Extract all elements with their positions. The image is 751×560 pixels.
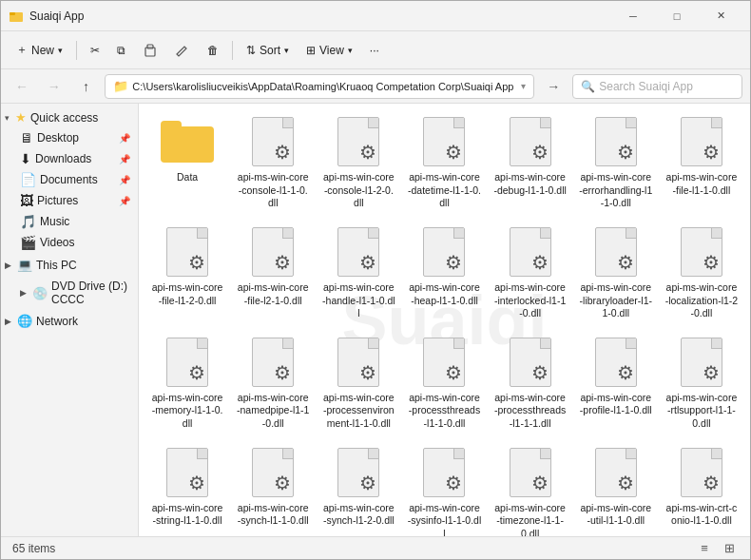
list-item[interactable]: ⚙ api-ms-win-core-file-l2-1-0.dll bbox=[232, 222, 314, 324]
gear-icon: ⚙ bbox=[617, 141, 634, 164]
sep2 bbox=[232, 41, 233, 60]
gear-icon: ⚙ bbox=[445, 141, 462, 164]
sidebar-item-downloads[interactable]: ⬇ Downloads 📌 bbox=[1, 148, 138, 169]
dll-icon-wrapper: ⚙ bbox=[417, 115, 471, 168]
grid-view-button[interactable]: ⊞ bbox=[720, 539, 739, 558]
list-item[interactable]: ⚙ api-ms-win-core-file-l1-1-0.dll bbox=[661, 111, 742, 214]
view-button[interactable]: ⊞ View ▾ bbox=[298, 36, 360, 65]
pictures-icon: 🖼 bbox=[20, 193, 33, 208]
network-header[interactable]: ▶ 🌐 Network bbox=[1, 311, 138, 331]
dll-icon-wrapper: ⚙ bbox=[589, 115, 643, 168]
gear-icon: ⚙ bbox=[188, 251, 205, 274]
dvd-header[interactable]: ▶ 💿 DVD Drive (D:) CCCC bbox=[1, 277, 138, 309]
title-bar-left: Suaiqi App bbox=[9, 9, 84, 24]
address-path[interactable]: 📁 C:\Users\karolisliucveikis\AppData\Roa… bbox=[105, 74, 534, 99]
delete-button[interactable]: 🗑 bbox=[200, 36, 226, 65]
file-page: ⚙ bbox=[510, 448, 551, 497]
rename-button[interactable] bbox=[167, 36, 198, 65]
dll-icon-wrapper: ⚙ bbox=[246, 115, 299, 168]
file-label: api-ms-win-core-console-l1-2-0.dll bbox=[321, 171, 395, 210]
file-label: api-ms-win-core-debug-l1-1-0.dll bbox=[493, 171, 568, 197]
sidebar-item-videos[interactable]: 🎬 Videos bbox=[1, 232, 138, 253]
up-button[interactable]: ↑ bbox=[73, 73, 100, 100]
list-item[interactable]: ⚙ api-ms-win-crt-conio-l1-1-0.dll bbox=[661, 442, 742, 536]
list-item[interactable]: ⚙ api-ms-win-core-file-l1-2-0.dll bbox=[146, 222, 228, 324]
list-item[interactable]: ⚙ api-ms-win-core-sysinfo-l1-1-0.dll bbox=[403, 442, 485, 536]
list-item[interactable]: Data bbox=[146, 111, 228, 214]
list-item[interactable]: ⚙ api-ms-win-core-memory-l1-1-0.dll bbox=[146, 332, 228, 434]
sidebar-item-documents[interactable]: 📄 Documents 📌 bbox=[1, 169, 138, 190]
list-view-button[interactable]: ≡ bbox=[695, 539, 714, 558]
paste-button[interactable] bbox=[135, 36, 165, 65]
list-item[interactable]: ⚙ api-ms-win-core-synch-l1-2-0.dll bbox=[318, 442, 399, 536]
this-pc-header[interactable]: ▶ 💻 This PC bbox=[1, 255, 138, 275]
list-item[interactable]: ⚙ api-ms-win-core-util-l1-1-0.dll bbox=[575, 442, 657, 536]
cut-button[interactable]: ✂ bbox=[83, 36, 107, 65]
list-item[interactable]: ⚙ api-ms-win-core-localization-l1-2-0.dl… bbox=[661, 222, 742, 324]
list-item[interactable]: ⚙ api-ms-win-core-namedpipe-l1-1-0.dll bbox=[232, 332, 314, 434]
sidebar-item-music[interactable]: 🎵 Music bbox=[1, 211, 138, 232]
go-button[interactable]: → bbox=[540, 73, 567, 100]
quick-access-header[interactable]: ▾ ★ Quick access bbox=[1, 107, 138, 127]
list-item[interactable]: ⚙ api-ms-win-core-string-l1-1-0.dll bbox=[146, 442, 228, 536]
list-item[interactable]: ⚙ api-ms-win-core-processthreads-l1-1-0.… bbox=[403, 332, 485, 434]
dvd-section: ▶ 💿 DVD Drive (D:) CCCC bbox=[1, 277, 138, 309]
list-item[interactable]: ⚙ api-ms-win-core-console-l1-1-0.dll bbox=[232, 111, 314, 214]
file-page: ⚙ bbox=[423, 227, 465, 277]
list-item[interactable]: ⚙ api-ms-win-core-interlocked-l1-1-0.dll bbox=[490, 222, 571, 324]
minimize-button[interactable]: ─ bbox=[611, 1, 655, 31]
status-right: ≡ ⊞ bbox=[695, 539, 739, 558]
list-item[interactable]: ⚙ api-ms-win-core-handle-l1-1-0.dll bbox=[318, 222, 399, 324]
list-item[interactable]: ⚙ api-ms-win-core-console-l1-2-0.dll bbox=[318, 111, 399, 214]
copy-button[interactable]: ⧉ bbox=[109, 36, 133, 65]
list-item[interactable]: ⚙ api-ms-win-core-processthreads-l1-1-1.… bbox=[490, 332, 571, 434]
list-item[interactable]: ⚙ api-ms-win-core-rtlsupport-l1-1-0.dll bbox=[661, 332, 742, 434]
file-page: ⚙ bbox=[423, 338, 465, 387]
rename-icon bbox=[175, 43, 190, 58]
list-item[interactable]: ⚙ api-ms-win-core-profile-l1-1-0.dll bbox=[575, 332, 657, 434]
close-button[interactable]: ✕ bbox=[699, 1, 742, 31]
list-item[interactable]: ⚙ api-ms-win-core-timezone-l1-1-0.dll bbox=[490, 442, 571, 536]
sidebar-item-desktop[interactable]: 🖥 Desktop 📌 bbox=[1, 127, 138, 148]
path-dropdown-icon[interactable]: ▾ bbox=[521, 81, 526, 91]
file-page: ⚙ bbox=[595, 227, 637, 277]
new-button[interactable]: ＋ New ▾ bbox=[9, 36, 70, 65]
gear-icon: ⚙ bbox=[445, 472, 462, 494]
list-item[interactable]: ⚙ api-ms-win-core-processenvironment-l1-… bbox=[318, 332, 399, 434]
list-item[interactable]: ⚙ api-ms-win-core-synch-l1-1-0.dll bbox=[232, 442, 314, 536]
view-icon: ⊞ bbox=[306, 44, 316, 57]
network-chevron: ▶ bbox=[5, 317, 11, 326]
dvd-chevron: ▶ bbox=[20, 288, 27, 298]
files-grid: Data ⚙ api-ms-win-core-console-l1-1-0.dl… bbox=[146, 111, 742, 536]
dll-icon-wrapper: ⚙ bbox=[589, 446, 643, 499]
sort-chevron: ▾ bbox=[284, 46, 289, 55]
dll-icon-wrapper: ⚙ bbox=[332, 225, 385, 279]
file-label: api-ms-win-core-processthreads-l1-1-1.dl… bbox=[493, 392, 568, 431]
file-label: api-ms-win-core-file-l1-2-0.dll bbox=[150, 281, 224, 307]
sidebar-item-pictures[interactable]: 🖼 Pictures 📌 bbox=[1, 190, 138, 211]
list-item[interactable]: ⚙ api-ms-win-core-errorhandling-l1-1-0.d… bbox=[575, 111, 657, 214]
sort-button[interactable]: ⇅ Sort ▾ bbox=[239, 36, 297, 65]
sort-label: Sort bbox=[260, 44, 280, 57]
list-item[interactable]: ⚙ api-ms-win-core-debug-l1-1-0.dll bbox=[490, 111, 571, 214]
videos-label: Videos bbox=[40, 236, 74, 249]
dll-icon-wrapper: ⚙ bbox=[161, 225, 214, 279]
file-label: api-ms-win-core-synch-l1-2-0.dll bbox=[321, 502, 395, 528]
dll-icon-wrapper: ⚙ bbox=[504, 115, 557, 168]
file-label: api-ms-win-core-sysinfo-l1-1-0.dll bbox=[407, 502, 481, 536]
more-button[interactable]: ··· bbox=[362, 36, 387, 65]
list-item[interactable]: ⚙ api-ms-win-core-datetime-l1-1-0.dll bbox=[403, 111, 485, 214]
this-pc-chevron: ▶ bbox=[5, 261, 11, 270]
more-icon: ··· bbox=[370, 44, 379, 57]
search-box[interactable]: 🔍 Search Suaiqi App bbox=[572, 74, 742, 99]
list-item[interactable]: ⚙ api-ms-win-core-heap-l1-1-0.dll bbox=[403, 222, 485, 324]
list-item[interactable]: ⚙ api-ms-win-core-libraryloader-l1-1-0.d… bbox=[575, 222, 657, 324]
back-button[interactable]: ← bbox=[9, 73, 35, 100]
new-chevron: ▾ bbox=[58, 46, 63, 55]
dll-icon-wrapper: ⚙ bbox=[417, 336, 471, 389]
forward-button[interactable]: → bbox=[41, 73, 67, 100]
dll-icon-wrapper: ⚙ bbox=[332, 115, 385, 168]
new-icon: ＋ bbox=[16, 42, 28, 58]
maximize-button[interactable]: □ bbox=[655, 1, 699, 31]
downloads-label: Downloads bbox=[35, 152, 91, 165]
